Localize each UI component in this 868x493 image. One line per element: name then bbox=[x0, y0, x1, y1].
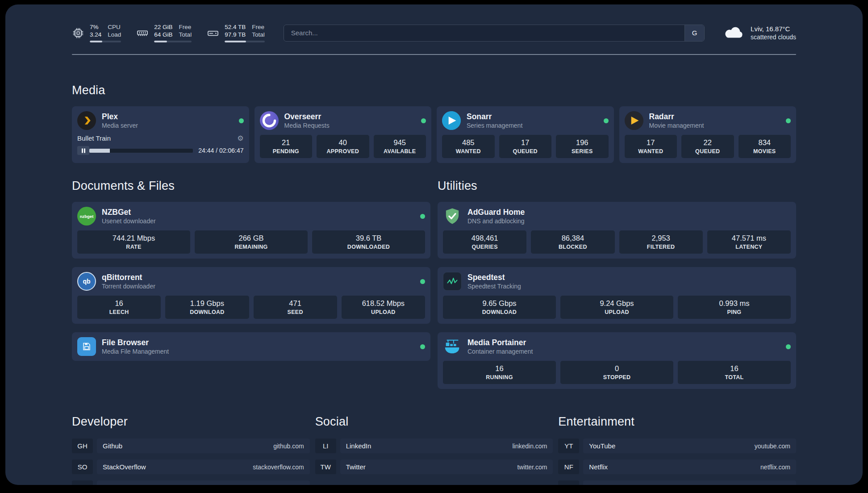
filebrowser-icon bbox=[77, 337, 96, 356]
cpu-usage-bar bbox=[90, 41, 121, 42]
app-name: qBittorrent bbox=[102, 273, 155, 282]
qbittorrent-icon-text: qb bbox=[83, 278, 90, 285]
stat-tile: 17 WANTED bbox=[625, 135, 677, 158]
bookmark-linkedin[interactable]: LI LinkedIn linkedin.com bbox=[315, 439, 553, 453]
stat-tile: 9.65 Gbps DOWNLOAD bbox=[443, 296, 556, 319]
radarr-card[interactable]: Radarr Movie management 17 WANTED 22 QUE… bbox=[619, 106, 797, 163]
bookmark-reddit[interactable]: RE Reddit reddit.com bbox=[558, 480, 796, 485]
cpu-load-value: 3.24 bbox=[90, 31, 101, 38]
app-subtitle: Series management bbox=[467, 121, 522, 130]
stat-label: AVAILABLE bbox=[376, 148, 425, 155]
plex-card[interactable]: Plex Media server Bullet Train ⚙ bbox=[72, 106, 249, 163]
portainer-icon bbox=[443, 337, 462, 356]
stat-label: BLOCKED bbox=[533, 244, 613, 250]
app-name: AdGuard Home bbox=[467, 208, 525, 217]
stat-tile: 86,384 BLOCKED bbox=[531, 230, 614, 254]
stat-value: 266 GB bbox=[196, 234, 306, 243]
app-subtitle: Usenet downloader bbox=[102, 217, 156, 225]
bookmark-dev[interactable]: DT DEV dev.to bbox=[72, 480, 310, 485]
bookmark-netflix[interactable]: NF Netflix netflix.com bbox=[558, 460, 796, 474]
stat-value: 86,384 bbox=[533, 234, 613, 243]
stat-label: PENDING bbox=[262, 148, 311, 155]
stat-value: 471 bbox=[255, 299, 335, 308]
stat-tile: 16 RUNNING bbox=[443, 361, 556, 384]
gear-icon[interactable]: ⚙ bbox=[237, 135, 243, 142]
stat-value: 16 bbox=[680, 364, 789, 373]
stat-tile: 16 TOTAL bbox=[678, 361, 791, 384]
stat-label: SERIES bbox=[558, 148, 607, 155]
bookmark-stackoverflow[interactable]: SO StackOverflow stackoverflow.com bbox=[72, 460, 310, 474]
social-bookmarks: Social LI LinkedIn linkedin.com TW Twitt… bbox=[315, 415, 553, 485]
sonarr-card[interactable]: Sonarr Series management 485 WANTED 17 Q… bbox=[437, 106, 614, 163]
memory-usage-bar bbox=[154, 41, 192, 42]
stat-tile: 0 STOPPED bbox=[560, 361, 673, 384]
adguard-card[interactable]: AdGuard Home DNS and adblocking 498,461 … bbox=[438, 202, 796, 259]
social-section-title: Social bbox=[315, 415, 553, 429]
bookmark-youtube[interactable]: YT YouTube youtube.com bbox=[558, 439, 796, 453]
stat-tile: 16 LEECH bbox=[77, 296, 161, 319]
bookmark-url: reddit.com bbox=[761, 485, 790, 485]
stat-tile: 196 SERIES bbox=[556, 135, 609, 158]
stat-label: REMAINING bbox=[196, 244, 306, 250]
stat-label: SEED bbox=[255, 309, 335, 315]
top-bar: 7% 3.24 CPU Load bbox=[72, 23, 796, 42]
bookmark-name: Twitter bbox=[346, 463, 366, 471]
bookmark-abbr: LI bbox=[315, 439, 336, 453]
stat-label: RATE bbox=[79, 244, 188, 250]
playback-time: 24:44 / 02:06:47 bbox=[198, 147, 243, 154]
stat-value: 39.6 TB bbox=[314, 234, 423, 243]
plex-now-playing: Bullet Train ⚙ 24:44 / 02:06:47 bbox=[77, 134, 244, 155]
stat-value: 17 bbox=[501, 138, 550, 147]
bookmark-abbr: TW bbox=[315, 460, 336, 474]
dashboard-app: 7% 3.24 CPU Load bbox=[5, 4, 863, 485]
search-engine-button[interactable]: G bbox=[684, 25, 704, 41]
filebrowser-card[interactable]: File Browser Media File Management bbox=[72, 332, 430, 361]
stat-value: 1.19 Gbps bbox=[167, 299, 247, 308]
bookmark-abbr: DT bbox=[72, 480, 93, 485]
stat-value: 22 bbox=[683, 138, 732, 147]
stat-value: 47.571 ms bbox=[709, 234, 789, 243]
stat-value: 2,953 bbox=[621, 234, 701, 243]
stat-tile: 9.24 Gbps UPLOAD bbox=[560, 296, 673, 319]
bookmark-url: github.com bbox=[273, 443, 304, 450]
stat-tile: 21 PENDING bbox=[260, 135, 313, 158]
stat-value: 40 bbox=[318, 138, 367, 147]
stat-value: 0.993 ms bbox=[680, 299, 789, 308]
bookmark-url: twitter.com bbox=[517, 464, 547, 471]
documents-column: Documents & Files nzbget NZBGet Usenet d… bbox=[72, 179, 430, 389]
pause-button[interactable] bbox=[77, 146, 89, 155]
now-playing-title: Bullet Train bbox=[77, 134, 111, 142]
seek-bar[interactable] bbox=[89, 149, 193, 153]
stat-label: UPLOAD bbox=[343, 309, 423, 315]
status-dot bbox=[420, 279, 425, 284]
bookmark-github[interactable]: GH Github github.com bbox=[72, 439, 310, 453]
app-name: File Browser bbox=[102, 338, 169, 347]
disk-icon bbox=[207, 27, 219, 39]
disk-free-value: 52.4 TB bbox=[225, 23, 246, 31]
stat-value: 498,461 bbox=[445, 234, 525, 243]
nzbget-card[interactable]: nzbget NZBGet Usenet downloader 744.21 M… bbox=[72, 202, 430, 259]
bookmark-abbr: YT bbox=[558, 439, 579, 453]
stat-tile: 498,461 QUERIES bbox=[443, 230, 526, 254]
stat-tile: 618.52 Mbps UPLOAD bbox=[342, 296, 425, 319]
stat-value: 834 bbox=[740, 138, 789, 147]
stat-label: QUEUED bbox=[501, 148, 550, 155]
adguard-icon bbox=[443, 207, 462, 226]
qbittorrent-card[interactable]: qb qBittorrent Torrent downloader 16 bbox=[72, 267, 430, 324]
stat-value: 618.52 Mbps bbox=[343, 299, 423, 308]
stat-value: 744.21 Mbps bbox=[79, 234, 188, 243]
search-input[interactable] bbox=[284, 25, 684, 41]
bookmark-url: youtube.com bbox=[755, 443, 790, 450]
sonarr-icon bbox=[442, 111, 461, 130]
portainer-card[interactable]: Media Portainer Container management 16 … bbox=[438, 332, 796, 389]
bookmark-url: linkedin.com bbox=[513, 443, 547, 450]
overseerr-card[interactable]: Overseerr Media Requests 21 PENDING 40 A… bbox=[255, 106, 432, 163]
stat-label: DOWNLOAD bbox=[167, 309, 247, 315]
app-name: Plex bbox=[102, 112, 138, 121]
bookmark-name: YouTube bbox=[589, 442, 615, 450]
stat-label: QUERIES bbox=[445, 244, 525, 250]
stat-value: 485 bbox=[444, 138, 493, 147]
stat-label: STOPPED bbox=[562, 374, 672, 380]
speedtest-card[interactable]: Speedtest Speedtest Tracking 9.65 Gbps D… bbox=[438, 267, 796, 324]
bookmark-twitter[interactable]: TW Twitter twitter.com bbox=[315, 460, 553, 474]
